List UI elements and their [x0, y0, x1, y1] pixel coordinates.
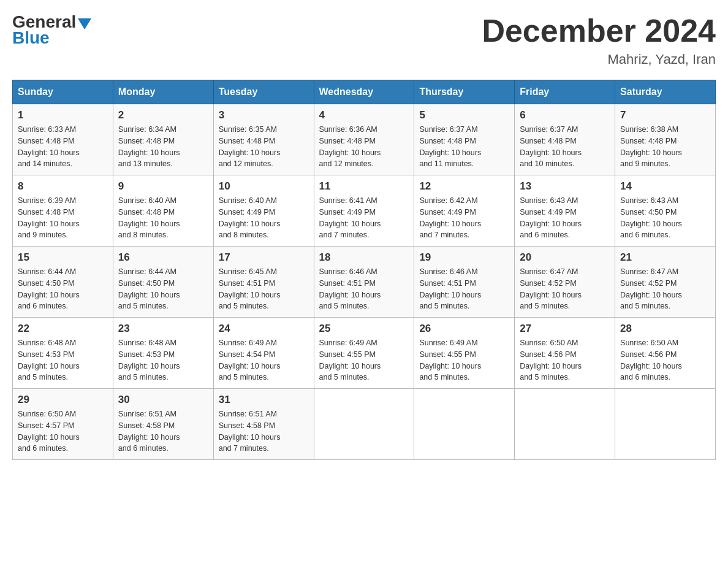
day-info: Sunrise: 6:43 AMSunset: 4:49 PMDaylight:… [520, 195, 610, 241]
day-info: Sunrise: 6:43 AMSunset: 4:50 PMDaylight:… [620, 195, 710, 241]
day-info: Sunrise: 6:50 AMSunset: 4:56 PMDaylight:… [620, 337, 710, 383]
day-cell-30: 30Sunrise: 6:51 AMSunset: 4:58 PMDayligh… [113, 389, 213, 460]
day-cell-6: 6Sunrise: 6:37 AMSunset: 4:48 PMDaylight… [515, 104, 615, 175]
day-number: 18 [319, 251, 409, 264]
day-number: 17 [219, 251, 309, 264]
day-cell-23: 23Sunrise: 6:48 AMSunset: 4:53 PMDayligh… [113, 318, 213, 389]
week-row-3: 15Sunrise: 6:44 AMSunset: 4:50 PMDayligh… [13, 247, 716, 318]
day-number: 10 [219, 180, 309, 193]
day-number: 20 [520, 251, 610, 264]
day-info: Sunrise: 6:45 AMSunset: 4:51 PMDaylight:… [219, 266, 309, 312]
day-number: 16 [118, 251, 208, 264]
day-number: 2 [118, 109, 208, 121]
day-info: Sunrise: 6:51 AMSunset: 4:58 PMDaylight:… [219, 408, 309, 454]
day-cell-25: 25Sunrise: 6:49 AMSunset: 4:55 PMDayligh… [314, 318, 414, 389]
location: Mahriz, Yazd, Iran [482, 52, 716, 67]
day-cell-19: 19Sunrise: 6:46 AMSunset: 4:51 PMDayligh… [414, 247, 515, 318]
day-info: Sunrise: 6:39 AMSunset: 4:48 PMDaylight:… [18, 195, 108, 241]
month-title: December 2024 [482, 12, 716, 49]
day-cell-26: 26Sunrise: 6:49 AMSunset: 4:55 PMDayligh… [414, 318, 515, 389]
weekday-header-monday: Monday [113, 80, 213, 104]
day-number: 13 [520, 180, 610, 193]
day-number: 23 [118, 323, 208, 335]
day-info: Sunrise: 6:46 AMSunset: 4:51 PMDaylight:… [319, 266, 409, 312]
day-cell-17: 17Sunrise: 6:45 AMSunset: 4:51 PMDayligh… [213, 247, 314, 318]
weekday-header-tuesday: Tuesday [213, 80, 314, 104]
day-number: 26 [419, 323, 509, 335]
day-cell-22: 22Sunrise: 6:48 AMSunset: 4:53 PMDayligh… [13, 318, 113, 389]
day-cell-8: 8Sunrise: 6:39 AMSunset: 4:48 PMDaylight… [13, 175, 113, 247]
day-number: 15 [18, 251, 108, 264]
empty-cell [314, 389, 414, 460]
day-cell-18: 18Sunrise: 6:46 AMSunset: 4:51 PMDayligh… [314, 247, 414, 318]
day-info: Sunrise: 6:49 AMSunset: 4:55 PMDaylight:… [319, 337, 409, 383]
day-info: Sunrise: 6:47 AMSunset: 4:52 PMDaylight:… [620, 266, 710, 312]
day-cell-2: 2Sunrise: 6:34 AMSunset: 4:48 PMDaylight… [113, 104, 213, 175]
day-number: 14 [620, 180, 710, 193]
day-cell-29: 29Sunrise: 6:50 AMSunset: 4:57 PMDayligh… [13, 389, 113, 460]
day-cell-11: 11Sunrise: 6:41 AMSunset: 4:49 PMDayligh… [314, 175, 414, 247]
week-row-4: 22Sunrise: 6:48 AMSunset: 4:53 PMDayligh… [13, 318, 716, 389]
day-info: Sunrise: 6:46 AMSunset: 4:51 PMDaylight:… [419, 266, 509, 312]
title-section: December 2024 Mahriz, Yazd, Iran [482, 12, 716, 67]
day-cell-12: 12Sunrise: 6:42 AMSunset: 4:49 PMDayligh… [414, 175, 515, 247]
day-number: 3 [219, 109, 309, 121]
weekday-header-thursday: Thursday [414, 80, 515, 104]
day-number: 28 [620, 323, 710, 335]
day-number: 27 [520, 323, 610, 335]
day-number: 22 [18, 323, 108, 335]
day-info: Sunrise: 6:40 AMSunset: 4:48 PMDaylight:… [118, 195, 208, 241]
day-cell-15: 15Sunrise: 6:44 AMSunset: 4:50 PMDayligh… [13, 247, 113, 318]
weekday-header-row: SundayMondayTuesdayWednesdayThursdayFrid… [13, 80, 716, 104]
day-cell-31: 31Sunrise: 6:51 AMSunset: 4:58 PMDayligh… [213, 389, 314, 460]
day-number: 1 [18, 109, 108, 121]
week-row-5: 29Sunrise: 6:50 AMSunset: 4:57 PMDayligh… [13, 389, 716, 460]
day-cell-14: 14Sunrise: 6:43 AMSunset: 4:50 PMDayligh… [615, 175, 716, 247]
day-number: 31 [219, 394, 309, 406]
day-info: Sunrise: 6:40 AMSunset: 4:49 PMDaylight:… [219, 195, 309, 241]
day-info: Sunrise: 6:33 AMSunset: 4:48 PMDaylight:… [18, 124, 108, 170]
day-info: Sunrise: 6:38 AMSunset: 4:48 PMDaylight:… [620, 124, 710, 170]
weekday-header-wednesday: Wednesday [314, 80, 414, 104]
day-info: Sunrise: 6:50 AMSunset: 4:57 PMDaylight:… [18, 408, 108, 454]
weekday-header-saturday: Saturday [615, 80, 716, 104]
day-number: 8 [18, 180, 108, 193]
day-cell-1: 1Sunrise: 6:33 AMSunset: 4:48 PMDaylight… [13, 104, 113, 175]
day-cell-10: 10Sunrise: 6:40 AMSunset: 4:49 PMDayligh… [213, 175, 314, 247]
day-cell-13: 13Sunrise: 6:43 AMSunset: 4:49 PMDayligh… [515, 175, 615, 247]
calendar-table: SundayMondayTuesdayWednesdayThursdayFrid… [12, 80, 716, 460]
day-cell-20: 20Sunrise: 6:47 AMSunset: 4:52 PMDayligh… [515, 247, 615, 318]
day-cell-3: 3Sunrise: 6:35 AMSunset: 4:48 PMDaylight… [213, 104, 314, 175]
day-number: 25 [319, 323, 409, 335]
weekday-header-sunday: Sunday [13, 80, 113, 104]
empty-cell [515, 389, 615, 460]
day-number: 19 [419, 251, 509, 264]
day-info: Sunrise: 6:42 AMSunset: 4:49 PMDaylight:… [419, 195, 509, 241]
day-number: 9 [118, 180, 208, 193]
day-number: 21 [620, 251, 710, 264]
day-info: Sunrise: 6:35 AMSunset: 4:48 PMDaylight:… [219, 124, 309, 170]
day-number: 12 [419, 180, 509, 193]
day-cell-21: 21Sunrise: 6:47 AMSunset: 4:52 PMDayligh… [615, 247, 716, 318]
day-cell-4: 4Sunrise: 6:36 AMSunset: 4:48 PMDaylight… [314, 104, 414, 175]
logo-triangle-icon [78, 18, 91, 29]
day-info: Sunrise: 6:37 AMSunset: 4:48 PMDaylight:… [520, 124, 610, 170]
day-cell-24: 24Sunrise: 6:49 AMSunset: 4:54 PMDayligh… [213, 318, 314, 389]
day-info: Sunrise: 6:49 AMSunset: 4:54 PMDaylight:… [219, 337, 309, 383]
day-info: Sunrise: 6:34 AMSunset: 4:48 PMDaylight:… [118, 124, 208, 170]
day-number: 7 [620, 109, 710, 121]
day-info: Sunrise: 6:51 AMSunset: 4:58 PMDaylight:… [118, 408, 208, 454]
day-number: 11 [319, 180, 409, 193]
week-row-1: 1Sunrise: 6:33 AMSunset: 4:48 PMDaylight… [13, 104, 716, 175]
day-info: Sunrise: 6:44 AMSunset: 4:50 PMDaylight:… [118, 266, 208, 312]
week-row-2: 8Sunrise: 6:39 AMSunset: 4:48 PMDaylight… [13, 175, 716, 247]
day-number: 29 [18, 394, 108, 406]
day-number: 4 [319, 109, 409, 121]
day-info: Sunrise: 6:44 AMSunset: 4:50 PMDaylight:… [18, 266, 108, 312]
day-cell-7: 7Sunrise: 6:38 AMSunset: 4:48 PMDaylight… [615, 104, 716, 175]
day-info: Sunrise: 6:47 AMSunset: 4:52 PMDaylight:… [520, 266, 610, 312]
day-info: Sunrise: 6:49 AMSunset: 4:55 PMDaylight:… [419, 337, 509, 383]
day-info: Sunrise: 6:50 AMSunset: 4:56 PMDaylight:… [520, 337, 610, 383]
day-number: 5 [419, 109, 509, 121]
page-header: General Blue December 2024 Mahriz, Yazd,… [12, 12, 716, 67]
